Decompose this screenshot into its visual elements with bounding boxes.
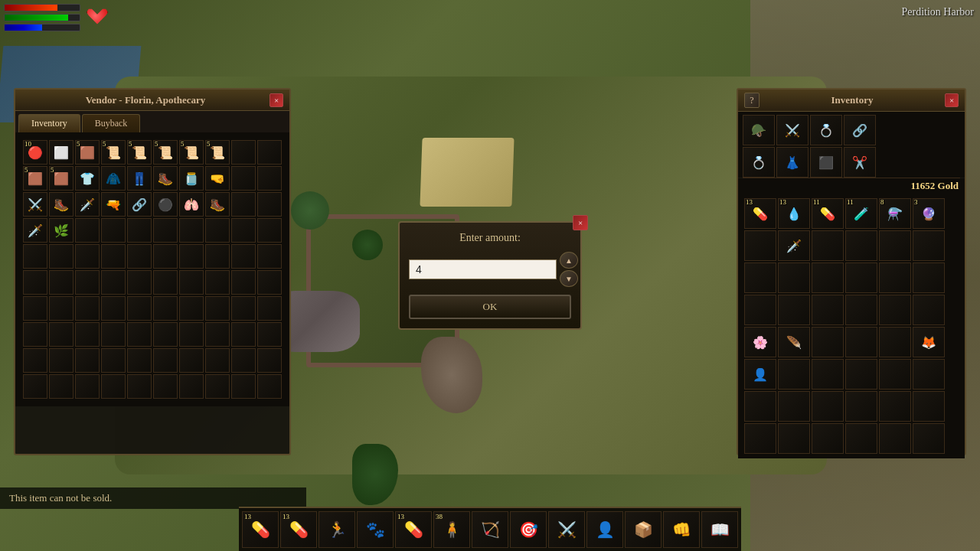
player-slot-32[interactable] [812, 359, 844, 390]
vendor-slot-52[interactable] [75, 270, 100, 295]
vendor-slot-84[interactable] [127, 348, 152, 373]
vendor-slot-74[interactable] [127, 322, 152, 347]
player-slot-26[interactable] [812, 327, 844, 357]
vendor-slot-29[interactable] [257, 192, 282, 217]
player-slot-39[interactable] [845, 391, 877, 422]
vendor-slot-57[interactable] [205, 270, 230, 295]
vendor-slot-28[interactable] [231, 192, 256, 217]
vendor-slot-15[interactable]: 🥾 [153, 166, 178, 191]
vendor-slot-77[interactable] [205, 322, 230, 347]
player-slot-22[interactable] [879, 295, 911, 325]
vendor-slot-42[interactable] [75, 244, 100, 269]
vendor-slot-86[interactable] [179, 348, 204, 373]
player-slot-45[interactable] [845, 423, 877, 454]
vendor-slot-95[interactable] [153, 374, 178, 399]
player-slot-3[interactable]: 11🧪 [845, 198, 877, 229]
vendor-slot-45[interactable] [153, 244, 178, 269]
vendor-slot-20[interactable]: ⚔️ [23, 192, 47, 217]
vendor-slot-14[interactable]: 👖 [127, 166, 152, 191]
ok-button[interactable]: OK [409, 295, 571, 319]
equip-slot-6[interactable]: ⬛ [810, 147, 842, 178]
vendor-slot-13[interactable]: 🧥 [101, 166, 126, 191]
tab-buyback[interactable]: Buyback [82, 114, 141, 132]
vendor-slot-80[interactable] [23, 348, 47, 373]
hotbar-slot-7[interactable]: 🎯 [510, 511, 547, 548]
vendor-slot-94[interactable] [127, 374, 152, 399]
vendor-slot-79[interactable] [257, 322, 282, 347]
vendor-slot-30[interactable]: 🗡️ [23, 218, 47, 243]
player-slot-27[interactable] [845, 327, 877, 357]
vendor-slot-69[interactable] [257, 296, 282, 321]
vendor-slot-68[interactable] [231, 296, 256, 321]
vendor-slot-50[interactable] [23, 270, 47, 295]
vendor-slot-93[interactable] [101, 374, 126, 399]
player-slot-14[interactable] [812, 262, 844, 293]
player-slot-29[interactable]: 🦊 [913, 327, 945, 357]
player-slot-4[interactable]: 8⚗️ [879, 198, 911, 229]
vendor-slot-39[interactable] [257, 218, 282, 243]
vendor-slot-62[interactable] [75, 296, 100, 321]
player-slot-11[interactable] [913, 230, 945, 261]
vendor-slot-41[interactable] [49, 244, 74, 269]
vendor-slot-76[interactable] [179, 322, 204, 347]
vendor-slot-9[interactable] [257, 140, 282, 165]
player-slot-6[interactable] [744, 230, 776, 261]
vendor-slot-59[interactable] [257, 270, 282, 295]
vendor-slot-34[interactable] [127, 218, 152, 243]
vendor-slot-56[interactable] [179, 270, 204, 295]
player-slot-25[interactable]: 🪶 [778, 327, 810, 357]
equip-slot-0[interactable]: 🪖 [743, 115, 775, 145]
player-slot-33[interactable] [845, 359, 877, 390]
vendor-slot-24[interactable]: 🔗 [127, 192, 152, 217]
vendor-slot-60[interactable] [23, 296, 47, 321]
vendor-slot-51[interactable] [49, 270, 74, 295]
vendor-slot-58[interactable] [231, 270, 256, 295]
vendor-slot-2[interactable]: 5🟫 [75, 140, 100, 165]
player-slot-17[interactable] [913, 262, 945, 293]
vendor-slot-97[interactable] [205, 374, 230, 399]
vendor-slot-54[interactable] [127, 270, 152, 295]
player-slot-9[interactable] [845, 230, 877, 261]
vendor-slot-53[interactable] [101, 270, 126, 295]
vendor-slot-44[interactable] [127, 244, 152, 269]
vendor-slot-64[interactable] [127, 296, 152, 321]
player-slot-37[interactable] [778, 391, 810, 422]
vendor-slot-72[interactable] [75, 322, 100, 347]
player-slot-30[interactable]: 👤 [744, 359, 776, 390]
hotbar-slot-12[interactable]: 📖 [701, 511, 738, 548]
vendor-slot-36[interactable] [179, 218, 204, 243]
player-slot-0[interactable]: 13💊 [744, 198, 776, 229]
player-slot-42[interactable] [744, 423, 776, 454]
player-slot-23[interactable] [913, 295, 945, 325]
player-slot-1[interactable]: 13💧 [778, 198, 810, 229]
vendor-slot-8[interactable] [231, 140, 256, 165]
vendor-slot-12[interactable]: 👕 [75, 166, 100, 191]
vendor-slot-87[interactable] [205, 348, 230, 373]
vendor-slot-55[interactable] [153, 270, 178, 295]
player-slot-12[interactable] [744, 262, 776, 293]
vendor-slot-48[interactable] [231, 244, 256, 269]
player-slot-24[interactable]: 🌸 [744, 327, 776, 357]
player-slot-46[interactable] [879, 423, 911, 454]
player-slot-31[interactable] [778, 359, 810, 390]
spinner-up-button[interactable]: ▲ [560, 252, 578, 269]
player-slot-21[interactable] [845, 295, 877, 325]
player-slot-34[interactable] [879, 359, 911, 390]
hotbar-slot-10[interactable]: 📦 [625, 511, 662, 548]
vendor-slot-91[interactable] [49, 374, 74, 399]
player-slot-20[interactable] [812, 295, 844, 325]
vendor-slot-66[interactable] [179, 296, 204, 321]
equip-slot-3[interactable]: 🔗 [844, 115, 876, 145]
hotbar-slot-11[interactable]: 👊 [663, 511, 700, 548]
vendor-slot-83[interactable] [101, 348, 126, 373]
amount-input[interactable] [409, 259, 557, 279]
vendor-slot-16[interactable]: 🫙 [179, 166, 204, 191]
vendor-slot-81[interactable] [49, 348, 74, 373]
vendor-slot-99[interactable] [257, 374, 282, 399]
equip-slot-1[interactable]: ⚔️ [776, 115, 808, 145]
equip-slot-7[interactable]: ✂️ [844, 147, 876, 178]
vendor-slot-63[interactable] [101, 296, 126, 321]
vendor-slot-43[interactable] [101, 244, 126, 269]
vendor-slot-26[interactable]: 🫁 [179, 192, 204, 217]
player-slot-10[interactable] [879, 230, 911, 261]
